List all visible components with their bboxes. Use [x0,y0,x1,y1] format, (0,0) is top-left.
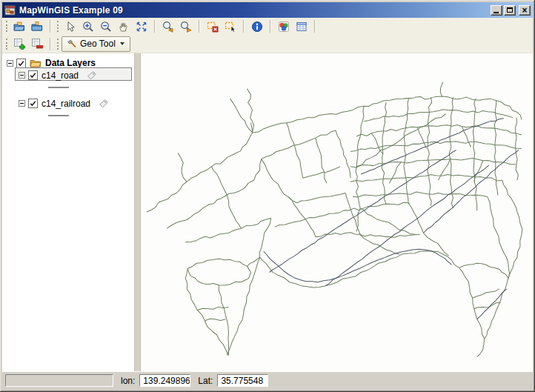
toolbar-layers: Geo Tool [2,35,533,53]
clear-selection-icon [207,21,219,33]
zoom-extent-icon [136,21,147,33]
map-layer-c14_road [147,82,522,357]
map-layer-c14_railroad [264,119,519,319]
add-layer-button[interactable] [10,36,28,52]
info-button[interactable] [248,19,266,34]
tag-icon[interactable] [98,98,109,109]
toolbar-separator [243,20,245,33]
status-bar: lon: 139.249896 Lat: 35.775548 [2,371,533,389]
hammer-icon [66,39,77,50]
select-tool-button[interactable] [222,19,239,34]
zoom-next-button[interactable] [177,19,195,34]
map-canvas[interactable] [141,53,533,371]
lat-value: 35.775548 [217,374,268,387]
checkmark-icon [29,71,37,79]
chevron-down-icon [120,42,124,45]
add-shapefile-button[interactable] [28,19,46,34]
tree-node-c14-road[interactable]: c14_road [19,70,97,81]
zoom-next-icon [180,21,192,33]
open-project-button[interactable] [10,19,28,34]
zoom-previous-icon [162,21,174,33]
app-icon [4,4,16,16]
panel-splitter[interactable] [134,53,141,371]
symbology-icon [278,21,290,33]
road-legend-swatch [48,87,69,88]
tree-node-c14-railroad[interactable]: c14_railroad [19,98,109,109]
app-window: MapWinGIS Example 09 × [0,0,535,392]
info-icon [251,21,263,33]
toolbar-grip[interactable] [6,39,7,50]
toolbar-separator [270,20,271,33]
pan-button[interactable] [115,19,133,34]
c14-railroad-checkbox[interactable] [28,99,38,108]
minimize-button[interactable] [491,5,502,16]
remove-layer-button[interactable] [28,36,46,52]
toolbar-grip[interactable] [57,21,59,32]
zoom-previous-button[interactable] [159,19,177,34]
data-layers-checkbox[interactable] [16,59,26,68]
cursor-icon [64,21,76,33]
geo-tool-label: Geo Tool [80,39,116,49]
toolbar-grip[interactable] [57,39,59,50]
geo-tool-dropdown[interactable]: Geo Tool [62,36,130,52]
layers-panel: Data Layers c14_road [2,53,134,371]
zoom-out-button[interactable] [97,19,115,34]
toolbar-separator [50,38,51,50]
zoom-in-button[interactable] [79,19,97,34]
c14-road-checkbox[interactable] [28,70,38,80]
toolbar-main [2,18,533,35]
toolbar-grip[interactable] [6,21,7,32]
close-icon: × [522,7,527,14]
minimize-icon [494,12,499,13]
tree-node-data-layers[interactable]: Data Layers [7,58,96,68]
folder-open-icon [13,21,25,33]
clear-selection-button[interactable] [204,19,222,34]
checkmark-icon [17,59,25,67]
folder-add-icon [31,21,43,33]
open-folder-icon [30,58,41,68]
maximize-icon [507,7,513,13]
collapse-icon[interactable] [7,60,13,67]
title-bar[interactable]: MapWinGIS Example 09 × [2,2,533,18]
collapse-icon[interactable] [19,100,25,107]
lat-label: Lat: [198,376,213,386]
zoom-extent-button[interactable] [133,19,150,34]
checkmark-icon [29,99,37,107]
collapse-icon[interactable] [19,72,25,79]
cursor-tool-button[interactable] [62,19,79,34]
remove-layer-icon [31,38,43,50]
lon-label: lon: [121,376,135,386]
toolbar-separator [314,20,316,33]
select-box-icon [225,21,236,33]
toolbar-separator [199,20,200,33]
pan-hand-icon [118,21,130,33]
attribute-table-button[interactable] [293,19,310,34]
close-button[interactable]: × [519,5,531,16]
add-layer-icon [13,38,25,50]
tag-icon[interactable] [86,70,97,81]
window-title: MapWinGIS Example 09 [19,5,491,16]
lon-value: 139.249896 [139,374,190,387]
tree-root-label[interactable]: Data Layers [45,58,96,68]
layer-label[interactable]: c14_road [41,70,79,81]
map-viewport[interactable] [141,53,533,371]
toolbar-separator [154,20,156,33]
maximize-button[interactable] [504,5,516,16]
status-message-pane [5,374,113,387]
symbology-button[interactable] [275,19,293,34]
zoom-in-icon [82,21,94,33]
toolbar-separator [50,20,51,33]
attribute-table-icon [296,21,308,33]
railroad-legend-swatch [48,115,69,116]
zoom-out-icon [100,21,112,33]
layer-label[interactable]: c14_railroad [41,99,90,109]
